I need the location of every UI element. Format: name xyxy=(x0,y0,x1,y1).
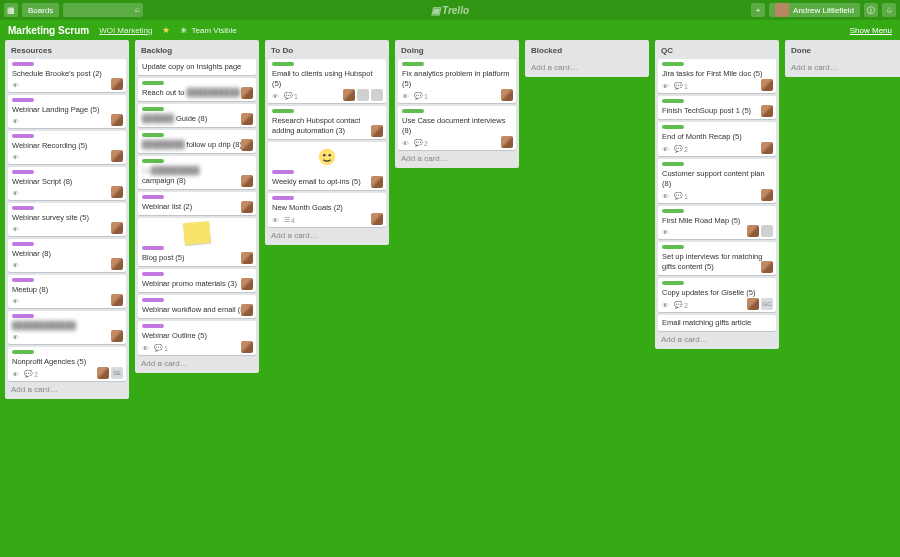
list-title[interactable]: To Do xyxy=(268,44,386,59)
member-avatar[interactable] xyxy=(241,87,253,99)
boards-button[interactable]: Boards xyxy=(22,3,59,17)
member-avatar[interactable] xyxy=(371,89,383,101)
card[interactable]: Use Case document interviews (8)👁💬2 xyxy=(398,106,516,150)
member-avatar[interactable] xyxy=(501,89,513,101)
board-title[interactable]: Marketing Scrum xyxy=(8,25,89,36)
member-avatar[interactable] xyxy=(501,136,513,148)
visibility-button[interactable]: ⛯ Team Visible xyxy=(180,26,236,35)
card[interactable]: Update copy on Insights page xyxy=(138,59,256,75)
list-title[interactable]: Backlog xyxy=(138,44,256,59)
member-avatar[interactable]: GC xyxy=(761,298,773,310)
card[interactable]: Ca█████████campaign (8) xyxy=(138,156,256,189)
card[interactable]: Set up interviews for matching gifts con… xyxy=(658,242,776,275)
member-avatar[interactable] xyxy=(761,261,773,273)
trello-logo[interactable]: ▣ Trello xyxy=(431,5,469,16)
member-avatar[interactable] xyxy=(111,186,123,198)
bell-icon[interactable]: ♤ xyxy=(882,3,896,17)
card[interactable]: Meetup (8)👁 xyxy=(8,275,126,308)
card[interactable]: ████████████👁 xyxy=(8,311,126,344)
member-avatar[interactable] xyxy=(761,79,773,91)
card[interactable]: Nonprofit Agencies (5)👁💬2SE xyxy=(8,347,126,381)
member-avatar[interactable] xyxy=(241,304,253,316)
member-avatar[interactable] xyxy=(241,341,253,353)
member-avatar[interactable] xyxy=(747,225,759,237)
card[interactable]: Email to clients using Hubspot (5)👁💬1 xyxy=(268,59,386,103)
member-avatar[interactable] xyxy=(241,175,253,187)
card[interactable]: End of Month Recap (5)👁💬2 xyxy=(658,122,776,156)
add-card-button[interactable]: Add a card… xyxy=(398,150,516,164)
add-card-button[interactable]: Add a card… xyxy=(268,227,386,241)
list-title[interactable]: Blocked xyxy=(528,44,646,59)
card[interactable]: Fix analytics problem in platform (5)👁💬1 xyxy=(398,59,516,103)
card[interactable]: Blog post (5) xyxy=(138,218,256,266)
card-members xyxy=(241,87,253,99)
user-menu[interactable]: Andrew Littlefield xyxy=(769,3,860,17)
list-title[interactable]: Doing xyxy=(398,44,516,59)
comment-icon: 💬 xyxy=(284,92,293,100)
member-avatar[interactable] xyxy=(761,142,773,154)
card[interactable]: ████████ follow up drip (8) xyxy=(138,130,256,153)
card[interactable]: Webinar Landing Page (5)👁 xyxy=(8,95,126,128)
member-avatar[interactable] xyxy=(747,298,759,310)
card[interactable]: Research Hubspot contact adding automati… xyxy=(268,106,386,139)
member-avatar[interactable] xyxy=(343,89,355,101)
card[interactable]: Copy updates for Giselle (5)👁💬2GC xyxy=(658,278,776,312)
member-avatar[interactable] xyxy=(111,150,123,162)
add-button[interactable]: + xyxy=(751,3,765,17)
member-avatar[interactable] xyxy=(241,252,253,264)
add-card-button[interactable]: Add a card… xyxy=(528,59,646,73)
add-card-button[interactable]: Add a card… xyxy=(8,381,126,395)
card[interactable]: ██████ Guide (8) xyxy=(138,104,256,127)
list-title[interactable]: Resources xyxy=(8,44,126,59)
show-menu-button[interactable]: Show Menu xyxy=(850,26,892,35)
add-card-button[interactable]: Add a card… xyxy=(788,59,900,73)
card[interactable]: Jira tasks for First Mile doc (5)👁💬1 xyxy=(658,59,776,93)
card[interactable]: Email matching gifts article xyxy=(658,315,776,331)
member-avatar[interactable] xyxy=(761,105,773,117)
member-avatar[interactable] xyxy=(241,201,253,213)
team-link[interactable]: WOI Marketing xyxy=(99,26,152,35)
card[interactable]: Weekly email to opt-ins (5) xyxy=(268,142,386,190)
member-avatar[interactable] xyxy=(111,294,123,306)
member-avatar[interactable] xyxy=(371,176,383,188)
card[interactable]: Webinar Script (8)👁 xyxy=(8,167,126,200)
label-purple xyxy=(12,62,34,66)
member-avatar[interactable] xyxy=(97,367,109,379)
member-avatar[interactable] xyxy=(761,189,773,201)
member-avatar[interactable] xyxy=(111,78,123,90)
apps-icon[interactable]: ▦ xyxy=(4,3,18,17)
member-avatar[interactable] xyxy=(357,89,369,101)
card[interactable]: Webinar (8)👁 xyxy=(8,239,126,272)
card-members xyxy=(241,201,253,213)
card[interactable]: Customer support content plan (8)👁💬1 xyxy=(658,159,776,203)
member-avatar[interactable] xyxy=(761,225,773,237)
member-avatar[interactable] xyxy=(241,113,253,125)
member-avatar[interactable] xyxy=(241,139,253,151)
card[interactable]: Schedule Brooke's post (2)👁 xyxy=(8,59,126,92)
member-avatar[interactable] xyxy=(241,278,253,290)
card[interactable]: Finish TechSoup post 1 (5) xyxy=(658,96,776,119)
member-avatar[interactable]: SE xyxy=(111,367,123,379)
card[interactable]: Reach out to ██████████ xyxy=(138,78,256,101)
card[interactable]: Webinar workflow and email (8) xyxy=(138,295,256,318)
card[interactable]: Webinar survey site (5)👁 xyxy=(8,203,126,236)
member-avatar[interactable] xyxy=(111,258,123,270)
member-avatar[interactable] xyxy=(371,213,383,225)
card[interactable]: Webinar promo materials (3) xyxy=(138,269,256,292)
star-icon[interactable]: ★ xyxy=(162,25,170,35)
card[interactable]: Webinar Outline (5)👁💬1 xyxy=(138,321,256,355)
info-icon[interactable]: ⓘ xyxy=(864,3,878,17)
card[interactable]: Webinar list (2) xyxy=(138,192,256,215)
member-avatar[interactable] xyxy=(111,114,123,126)
member-avatar[interactable] xyxy=(371,125,383,137)
card[interactable]: New Month Goals (2)👁☰4 xyxy=(268,193,386,227)
search-input[interactable]: ⌕ xyxy=(63,3,143,17)
list-title[interactable]: Done xyxy=(788,44,900,59)
member-avatar[interactable] xyxy=(111,330,123,342)
add-card-button[interactable]: Add a card… xyxy=(138,355,256,369)
add-card-button[interactable]: Add a card… xyxy=(658,331,776,345)
card[interactable]: Webinar Recording (5)👁 xyxy=(8,131,126,164)
list-title[interactable]: QC xyxy=(658,44,776,59)
member-avatar[interactable] xyxy=(111,222,123,234)
card[interactable]: First Mile Road Map (5)👁 xyxy=(658,206,776,239)
